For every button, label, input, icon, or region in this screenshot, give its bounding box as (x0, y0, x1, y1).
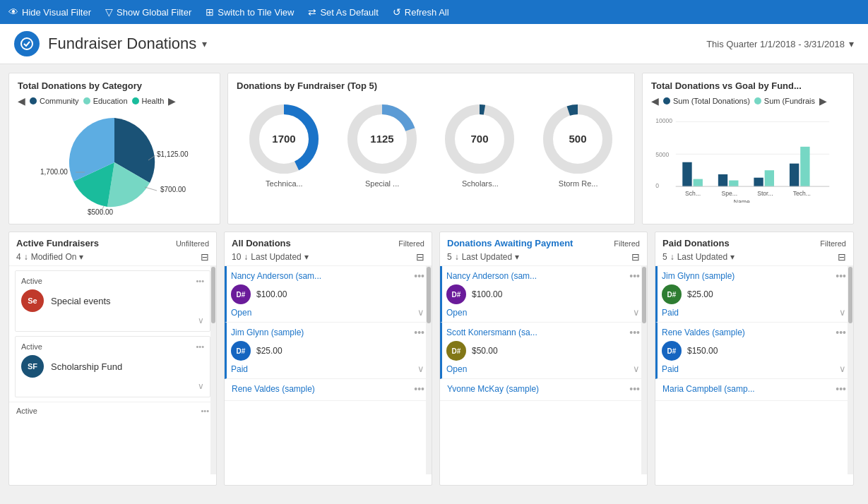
date-dropdown-icon[interactable]: ▾ (849, 38, 854, 49)
donation-expand-1[interactable]: ∨ (417, 364, 424, 374)
all-donations-card: All Donations Filtered 10 ↓ Last Updated… (224, 232, 432, 486)
awaiting-status-1[interactable]: Open (446, 364, 467, 374)
item-more-icon-2[interactable]: ••• (201, 407, 209, 415)
awaiting-name-1[interactable]: Scott Konersmann (sa... (446, 328, 537, 337)
active-fundraisers-badge: Unfiltered (176, 239, 209, 248)
active-fundraisers-title-row: Active Fundraisers Unfiltered (16, 238, 209, 248)
pie-next-arrow[interactable]: ▶ (168, 95, 176, 107)
svg-line-8 (145, 187, 157, 191)
pie-chart-card: Total Donations by Category ◀ Community … (8, 73, 220, 224)
all-donations-sort[interactable]: 10 ↓ Last Updated ▾ (232, 252, 309, 262)
donation-name-1[interactable]: Jim Glynn (sample) (231, 328, 304, 337)
education-dot (83, 97, 90, 104)
paid-status-row-1: Paid ∨ (662, 364, 846, 374)
donation-dots-0[interactable]: ••• (414, 270, 424, 282)
donation-dots-2[interactable]: ••• (414, 383, 424, 395)
paid-status-0[interactable]: Paid (662, 308, 679, 318)
donation-amount-0: $100.00 (256, 289, 287, 299)
donations-awaiting-scrollbar[interactable] (641, 266, 647, 474)
status-text-0: Active (21, 277, 42, 285)
paid-donations-controls: 5 ↓ Last Updated ▾ ⊟ (662, 251, 846, 263)
paid-dots-0[interactable]: ••• (836, 270, 846, 282)
awaiting-dots-0[interactable]: ••• (629, 270, 640, 282)
bar-prev-arrow[interactable]: ◀ (651, 95, 659, 107)
awaiting-dots-1[interactable]: ••• (629, 327, 640, 338)
default-icon: ⇄ (308, 6, 316, 18)
awaiting-item-2: Yvonne McKay (sample) ••• (440, 379, 647, 401)
svg-text:5000: 5000 (655, 151, 669, 158)
hide-visual-filter-btn[interactable]: 👁 Hide Visual Filter (8, 6, 91, 18)
fundraiser-info-1: SF Scholarship Fund (21, 355, 204, 378)
paid-donations-sort[interactable]: 5 ↓ Last Updated ▾ (662, 252, 735, 262)
refresh-all-btn[interactable]: ↺ Refresh All (393, 6, 449, 18)
active-fundraisers-sort[interactable]: 4 ↓ Modified On ▾ (16, 252, 83, 262)
donation-status-0[interactable]: Open (231, 308, 251, 318)
header: Fundraiser Donations ▾ This Quarter 1/1/… (0, 24, 868, 64)
scrollbar-thumb-ad (427, 267, 431, 323)
paid-donations-title: Paid Donations (662, 238, 730, 248)
fundraiser-item-2: Active ••• (9, 402, 216, 419)
awaiting-expand-1[interactable]: ∨ (633, 364, 640, 374)
donation-expand-0[interactable]: ∨ (417, 307, 424, 318)
paid-dots-1[interactable]: ••• (836, 327, 846, 338)
paid-expand-1[interactable]: ∨ (839, 364, 846, 374)
health-label: Health (142, 97, 165, 105)
header-date-range: This Quarter 1/1/2018 - 3/31/2018 ▾ (706, 38, 854, 49)
donations-awaiting-title-row: Donations Awaiting Payment Filtered (447, 238, 640, 248)
switch-tile-view-btn[interactable]: ⊞ Switch to Tile View (206, 6, 294, 18)
show-global-filter-btn[interactable]: ▽ Show Global Filter (105, 6, 191, 18)
awaiting-name-2[interactable]: Yvonne McKay (sample) (447, 384, 539, 394)
expand-chevron-1[interactable]: ∨ (198, 381, 204, 391)
pie-prev-arrow[interactable]: ◀ (18, 95, 25, 107)
sort-down-icon-dap: ↓ (455, 252, 459, 262)
date-range-text: This Quarter 1/1/2018 - 3/31/2018 (706, 39, 845, 49)
header-left: Fundraiser Donations ▾ (14, 31, 207, 56)
donut-chart-title: Donations by Fundraiser (Top 5) (228, 73, 634, 95)
paid-name-2[interactable]: Maria Campbell (samp... (662, 384, 755, 394)
filter-columns-icon-dap[interactable]: ⊟ (631, 251, 640, 263)
donation-status-1[interactable]: Paid (231, 364, 248, 374)
donation-name-2[interactable]: Rene Valdes (sample) (232, 384, 315, 394)
all-donations-scrollbar[interactable] (426, 266, 432, 474)
filter-columns-icon[interactable]: ⊟ (201, 251, 209, 263)
tile-icon: ⊞ (206, 6, 214, 18)
title-dropdown-icon[interactable]: ▾ (202, 38, 207, 49)
awaiting-status-0[interactable]: Open (446, 308, 467, 318)
svg-rect-32 (765, 170, 774, 186)
awaiting-dots-2[interactable]: ••• (629, 383, 640, 395)
bar-chart-title: Total Donations vs Goal by Fund... (643, 73, 853, 95)
paid-avatar-1: D# (662, 341, 682, 361)
item-more-icon-0[interactable]: ••• (196, 277, 204, 285)
paid-item-0: Jim Glynn (sample) ••• D# $25.00 Paid ∨ (655, 266, 853, 323)
awaiting-name-0[interactable]: Nancy Anderson (sam... (446, 271, 537, 281)
paid-name-1[interactable]: Rene Valdes (sample) (662, 328, 745, 337)
donation-name-0[interactable]: Nancy Anderson (sam... (231, 271, 321, 281)
fundraiser-avatar-0: Se (21, 289, 44, 312)
sort-down-icon-ad: ↓ (244, 252, 248, 262)
bar-next-arrow[interactable]: ▶ (819, 95, 827, 107)
awaiting-item-header-0: Nancy Anderson (sam... ••• (446, 270, 640, 282)
sort-field-pd: Last Updated (677, 252, 727, 262)
active-fundraisers-scrollbar[interactable] (210, 266, 216, 474)
expand-chevron-0[interactable]: ∨ (198, 316, 204, 325)
set-default-btn[interactable]: ⇄ Set As Default (308, 6, 378, 18)
paid-dots-2[interactable]: ••• (836, 383, 846, 395)
paid-status-1[interactable]: Paid (662, 364, 679, 374)
paid-item-1: Rene Valdes (sample) ••• D# $150.00 Paid… (655, 323, 853, 379)
page-title: Fundraiser Donations ▾ (48, 35, 207, 53)
paid-row-0: D# $25.00 (662, 284, 846, 304)
donation-dots-1[interactable]: ••• (414, 327, 424, 338)
awaiting-expand-0[interactable]: ∨ (633, 307, 640, 318)
filter-columns-icon-pd[interactable]: ⊟ (838, 251, 846, 263)
awaiting-item-header-1: Scott Konersmann (sa... ••• (446, 327, 640, 338)
donations-awaiting-sort[interactable]: 5 ↓ Last Updated ▾ (447, 252, 519, 262)
paid-expand-0[interactable]: ∨ (839, 307, 846, 318)
filter-columns-icon-ad[interactable]: ⊟ (416, 251, 424, 263)
sort-count-ad: 10 (232, 252, 241, 262)
paid-name-0[interactable]: Jim Glynn (sample) (662, 271, 735, 281)
filter-icon: ▽ (105, 6, 113, 18)
paid-donations-scrollbar[interactable] (848, 266, 853, 474)
item-more-icon-1[interactable]: ••• (196, 342, 204, 351)
svg-point-0 (21, 38, 32, 49)
refresh-all-label: Refresh All (405, 7, 449, 18)
